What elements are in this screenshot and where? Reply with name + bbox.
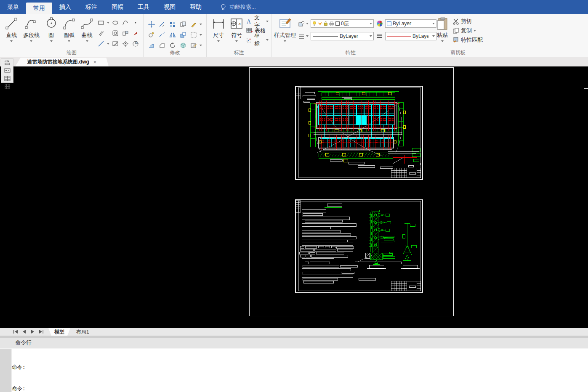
chevron-down-icon[interactable] — [200, 24, 202, 25]
menu-item-annotate[interactable]: 标注 — [78, 0, 104, 14]
color-wheel-icon[interactable] — [376, 20, 383, 27]
chevron-down-icon[interactable] — [10, 40, 13, 42]
viewport-icon[interactable] — [4, 67, 11, 75]
chevron-down-icon[interactable] — [441, 40, 444, 42]
spline-label: 曲线 — [82, 32, 93, 39]
chevron-down-icon[interactable] — [284, 40, 286, 42]
spline-tool[interactable]: 曲线 — [78, 16, 96, 42]
command-input-area[interactable]: 命令: 命令: 正在打开文件: C:\Users\liao_\AppData\L… — [0, 349, 588, 392]
copy-object-icon[interactable] — [179, 21, 186, 28]
style-manager-tool[interactable]: 样式管理 — [274, 16, 296, 42]
paste-tool[interactable]: 粘贴 — [433, 16, 452, 42]
group-label-clipboard: 剪切板 — [430, 49, 486, 56]
chevron-down-icon[interactable] — [68, 40, 70, 42]
copy-icon — [452, 27, 459, 34]
chevron-down-icon[interactable] — [266, 39, 269, 41]
close-icon[interactable]: × — [93, 59, 97, 65]
copy-tool[interactable]: 复制 — [452, 26, 483, 35]
chevron-down-icon[interactable] — [107, 43, 109, 45]
polyline-label: 多段线 — [23, 32, 40, 39]
move-icon[interactable] — [148, 21, 155, 28]
construction-line-icon[interactable] — [97, 40, 104, 47]
chevron-down-icon[interactable] — [200, 34, 202, 36]
parallel-line-icon[interactable] — [97, 29, 104, 37]
style-manager-label: 样式管理 — [274, 32, 296, 39]
circle-tool[interactable]: 圆 — [42, 16, 60, 42]
solid-3d-icon[interactable] — [179, 42, 186, 49]
layer-grid-icon[interactable] — [4, 75, 11, 83]
function-search[interactable]: 功能搜索... — [221, 0, 256, 14]
menu-item-tools[interactable]: 工具 — [130, 0, 157, 14]
document-tab[interactable]: 避雷塔防雷接地系统图.dwg × — [15, 58, 109, 66]
region-icon[interactable] — [132, 40, 139, 47]
color-select[interactable]: ByLayer — [385, 19, 436, 28]
tab-layout1[interactable]: 布局1 — [70, 328, 95, 336]
linetype-tools-button[interactable] — [298, 33, 309, 40]
chevron-down-icon[interactable] — [107, 22, 109, 24]
fillet-icon[interactable] — [148, 42, 155, 49]
cut-tool[interactable]: 剪切 — [452, 17, 483, 26]
stretch-icon[interactable] — [179, 31, 186, 38]
match-properties-label: 特性匹配 — [461, 36, 483, 44]
next-tab-button[interactable] — [30, 329, 35, 335]
chevron-down-icon[interactable] — [235, 40, 238, 42]
layer-select[interactable]: 0层 — [311, 19, 374, 28]
edit-pencil-icon[interactable] — [190, 21, 197, 28]
chevron-down-icon[interactable] — [474, 30, 476, 32]
first-tab-button[interactable] — [13, 329, 18, 335]
match-properties-tool[interactable]: 特性匹配 — [452, 36, 483, 44]
text-icon: A — [246, 18, 253, 25]
break-icon[interactable] — [158, 31, 165, 38]
offset-icon[interactable] — [148, 31, 155, 38]
chevron-down-icon[interactable] — [200, 45, 202, 46]
menu-item-insert[interactable]: 插入 — [52, 0, 78, 14]
hatch-edit-icon[interactable] — [190, 42, 197, 49]
polyline-tool[interactable]: 多段线 — [21, 16, 43, 42]
layer-value: 0层 — [341, 20, 349, 27]
gear-icon[interactable] — [122, 40, 129, 47]
last-tab-button[interactable] — [39, 329, 43, 335]
lineweight-icon[interactable] — [376, 33, 383, 40]
chevron-down-icon[interactable] — [217, 40, 220, 42]
menu-item-view[interactable]: 视图 — [157, 0, 183, 14]
table-grid-icon[interactable] — [4, 83, 11, 91]
prev-tab-button[interactable] — [22, 329, 27, 335]
ellipse-icon[interactable] — [112, 19, 119, 26]
tab-model[interactable]: 模型 — [48, 328, 70, 336]
rectangle-icon[interactable] — [97, 19, 104, 26]
chevron-down-icon[interactable] — [86, 40, 88, 42]
lineweight-select[interactable]: ByLayer — [385, 32, 436, 40]
export-view-icon[interactable] — [4, 59, 11, 67]
gradient-arrow-icon[interactable] — [132, 29, 139, 37]
donut-icon[interactable] — [112, 29, 119, 37]
polyline-arc-icon[interactable] — [122, 19, 129, 26]
mirror-icon[interactable] — [169, 31, 176, 38]
arc-tool[interactable]: 圆弧 — [60, 16, 78, 42]
array-icon[interactable] — [169, 21, 176, 28]
arc-label: 圆弧 — [64, 32, 74, 39]
chevron-down-icon[interactable] — [30, 40, 32, 42]
coordinate-tool[interactable]: 坐标 — [246, 36, 269, 44]
line-tool[interactable]: 直线 — [3, 16, 21, 42]
text-tool[interactable]: A 文字 — [246, 17, 269, 26]
layer-tools-button[interactable] — [298, 20, 309, 27]
chamfer-icon[interactable] — [158, 42, 165, 49]
hatch-icon[interactable] — [112, 40, 119, 47]
menu-item-menu[interactable]: 菜单 — [0, 0, 26, 14]
dimension-tool[interactable]: 尺寸 — [209, 16, 228, 42]
menu-item-sheet[interactable]: 图幅 — [104, 0, 130, 14]
menu-item-help[interactable]: 帮助 — [183, 0, 209, 14]
linetype-select[interactable]: ByLayer — [311, 32, 374, 40]
menu-item-home[interactable]: 常用 — [26, 3, 52, 14]
scroll-tick — [584, 88, 588, 89]
block-icon[interactable] — [122, 29, 129, 37]
drawing-canvas[interactable] — [0, 66, 588, 328]
rotate-icon[interactable] — [169, 42, 176, 49]
point-icon[interactable] — [132, 19, 139, 26]
chevron-down-icon[interactable] — [266, 21, 269, 22]
trim-icon[interactable] — [158, 21, 165, 28]
chevron-down-icon[interactable] — [50, 40, 53, 42]
scale-icon[interactable] — [190, 31, 197, 38]
command-line: 命令: — [12, 363, 587, 371]
symbol-tool[interactable]: .1 符号 — [228, 16, 246, 42]
